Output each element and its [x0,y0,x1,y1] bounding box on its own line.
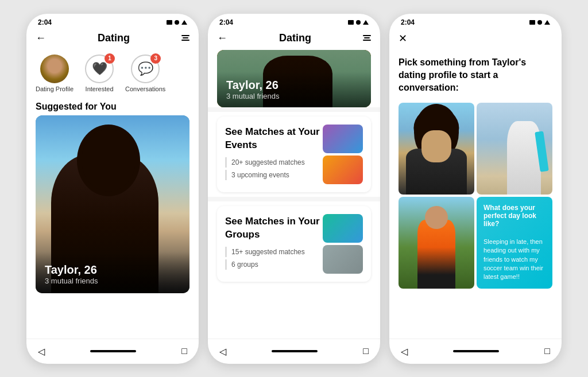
status-bar-3: 2:04 [389,14,562,29]
nav-title-1: Dating [98,32,130,44]
matches-hero-name: Taylor, 26 [226,79,362,92]
avatar-img [40,55,69,83]
filter-line-3 [181,40,189,41]
conversations-icon-wrap: 💬 3 [131,55,160,83]
matches-hero-content: Taylor, 26 3 mutual friends [217,72,371,107]
match-card-groups[interactable]: See Matches in Your Groups 15+ suggested… [217,206,371,282]
signal-dot-3 [537,20,542,25]
match-card-events-text: See Matches at Your Events 20+ suggested… [225,126,323,182]
grid-photo-selfie[interactable] [399,103,474,195]
status-bar-2: 2:04 [208,14,380,29]
hero-mutual-1: 3 mutual friends [45,277,180,285]
face [421,135,452,162]
interested-badge: 1 [105,53,115,64]
tab-label-dating-profile: Dating Profile [36,85,74,92]
thumb-events-img-1 [323,125,363,153]
running-photo [399,197,474,289]
nav-title-2: Dating [279,32,311,44]
woman-curly-photo [399,103,474,195]
battery-icon-2 [348,20,354,25]
phone-2: 2:04 Dating Taylor, [208,14,380,364]
signal-dot-2 [356,20,361,25]
filter-line-1 [181,35,189,36]
question-q: What does your perfect day look like? [483,204,546,228]
match-events-thumbs [323,125,363,184]
filter-button-2[interactable] [363,35,371,41]
nav-back-1[interactable]: ◁ [38,346,45,357]
filter-line-2-1 [363,35,371,36]
tab-label-conversations: Conversations [125,85,165,92]
nav-bar-3 [389,29,562,50]
nav-bar-1: Dating [26,29,199,50]
tab-conversations[interactable]: 💬 3 Conversations [125,55,165,92]
status-icons-1 [167,20,187,25]
nav-bar-2: Dating [208,29,380,50]
status-bar-1: 2:04 [26,14,199,29]
matches-hero[interactable]: Taylor, 26 3 mutual friends [217,50,371,107]
back-button-2[interactable] [217,32,227,44]
home-indicator-3[interactable] [453,350,499,352]
filter-line-2-3 [363,40,371,41]
photo-grid: What does your perfect day look like? Sl… [399,103,552,289]
phone-1: 2:04 Dating Datin [26,14,199,364]
match-events-detail-1: 20+ suggested matches [225,157,323,168]
tab-interested[interactable]: 🖤 1 Interested [85,55,114,92]
tab-dating-profile[interactable]: Dating Profile [36,55,74,92]
thumb-events-img-2 [323,156,363,184]
time-3: 2:04 [401,18,415,26]
conversations-badge: 3 [150,53,161,64]
status-icons-3 [529,20,550,25]
match-groups-detail-2: 6 groups [225,259,323,270]
home-indicator-1[interactable] [90,350,136,352]
suggested-title: Suggested for You [26,97,199,115]
divider-2 [208,197,380,201]
signal-dot-1 [175,20,179,25]
filter-button-1[interactable] [181,35,189,41]
hero-card-1[interactable]: Taylor, 26 3 mutual friends [36,115,189,293]
filter-line-2 [183,37,188,38]
grid-photo-running[interactable] [399,197,474,289]
divider-1 [208,107,380,112]
back-button-1[interactable] [36,32,46,44]
phone-3: 2:04 Pick something from Taylor's dating… [389,14,562,364]
nav-square-3[interactable]: □ [544,346,550,356]
filter-line-2-2 [364,37,370,38]
home-indicator-2[interactable] [272,350,318,352]
time-2: 2:04 [219,18,233,26]
nav-back-3[interactable]: ◁ [401,346,408,357]
hero-overlay-1: Taylor, 26 3 mutual friends [36,252,189,293]
time-1: 2:04 [38,18,52,26]
profile-tabs: Dating Profile 🖤 1 Interested 💬 3 Conver… [26,50,199,97]
dating-profile-avatar [40,55,69,83]
hero-name-1: Taylor, 26 [45,263,180,277]
grid-photo-question[interactable]: What does your perfect day look like? Sl… [477,197,552,289]
thumb-events-1 [323,125,363,153]
match-groups-title: See Matches in Your Groups [225,215,323,240]
phone1-content: Suggested for You Taylor, 26 3 mutual fr… [26,97,199,339]
grid-photo-yoga[interactable] [477,103,552,195]
match-groups-thumbs [323,214,363,274]
thumb-groups-img-1 [323,214,363,243]
phone2-scroll[interactable]: Taylor, 26 3 mutual friends See Matches … [208,50,380,339]
bottom-nav-2: ◁ □ [208,339,380,364]
signal-tri-2 [363,20,369,25]
nav-square-1[interactable]: □ [181,346,187,356]
battery-icon-3 [529,20,535,25]
bottom-nav-3: ◁ □ [389,339,562,364]
signal-tri-3 [544,20,550,25]
status-icons-2 [348,20,369,25]
orange-face [425,206,448,229]
question-a: Sleeping in late, then heading out with … [483,238,546,282]
hair-blob [82,129,136,192]
orange-person [417,220,455,289]
match-card-groups-text: See Matches in Your Groups 15+ suggested… [225,215,323,271]
match-card-events[interactable]: See Matches at Your Events 20+ suggested… [217,116,371,192]
nav-square-2[interactable]: □ [363,346,369,356]
thumb-groups-1 [323,214,363,243]
tab-label-interested: Interested [86,85,114,92]
nav-back-2[interactable]: ◁ [219,346,226,357]
dating-profile-icon-wrap [40,55,69,83]
battery-icon-1 [167,20,172,25]
matches-hero-mutual: 3 mutual friends [226,92,362,100]
close-button-3[interactable] [399,32,407,45]
